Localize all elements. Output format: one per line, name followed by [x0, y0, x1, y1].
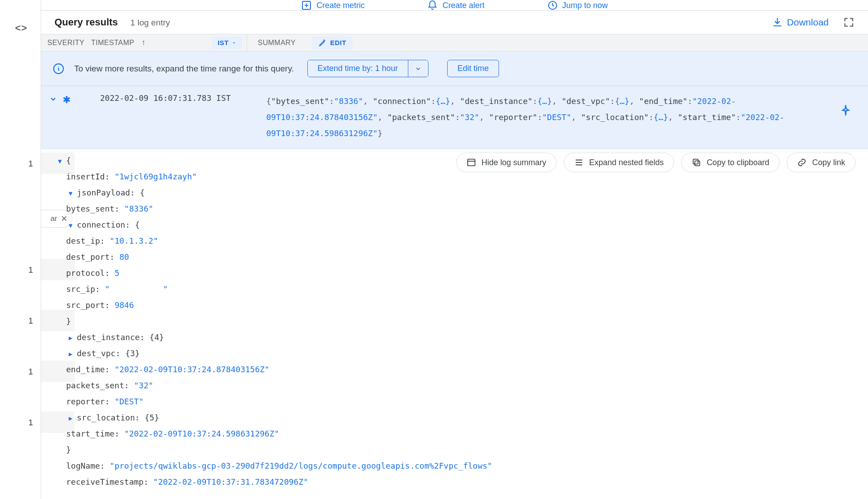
col-timestamp[interactable]: TIMESTAMP ↑ IST — [91, 36, 247, 49]
log-timestamp: 2022-02-09 16:07:31.783 IST — [83, 93, 266, 103]
expand-icon — [574, 158, 584, 167]
entry-toolbar: Hide log summary Expand nested fields Co… — [456, 153, 855, 172]
info-icon — [53, 63, 64, 75]
copy-icon — [692, 158, 701, 167]
plus-square-icon — [301, 0, 312, 11]
expand-nested-button[interactable]: Expand nested fields — [564, 153, 674, 172]
edit-time-button[interactable]: Edit time — [447, 60, 499, 77]
code-chevrons-icon[interactable]: <> — [15, 22, 26, 34]
col-summary[interactable]: SUMMARY — [247, 39, 310, 47]
info-banner: To view more results, expand the time ra… — [41, 52, 868, 86]
col-severity[interactable]: SEVERITY — [47, 39, 91, 47]
severity-default-icon: ✱ — [63, 94, 71, 106]
columns-header: SEVERITY TIMESTAMP ↑ IST SUMMARY EDIT — [41, 34, 868, 52]
pencil-icon — [319, 39, 327, 47]
banner-text: To view more results, expand the time ra… — [74, 64, 294, 74]
left-count-5: 1 — [23, 414, 38, 431]
page-title: Query results — [55, 17, 118, 28]
copy-link-button[interactable]: Copy link — [787, 153, 855, 172]
jump-to-now-link[interactable]: Jump to now — [547, 0, 608, 11]
svg-rect-5 — [693, 159, 698, 164]
chevron-down-icon[interactable] — [46, 93, 61, 107]
sort-asc-icon: ↑ — [142, 38, 146, 47]
extend-time-button[interactable]: Extend time by: 1 hour — [308, 60, 408, 77]
caret-down-icon[interactable]: ▼ — [66, 219, 75, 232]
left-count-2: 1 — [23, 262, 38, 279]
create-metric-link[interactable]: Create metric — [301, 0, 365, 11]
svg-rect-4 — [695, 161, 700, 166]
copy-clipboard-button[interactable]: Copy to clipboard — [681, 153, 780, 172]
caret-right-icon[interactable]: ▶ — [66, 412, 75, 424]
download-button[interactable]: Download — [772, 17, 829, 28]
caret-right-icon[interactable]: ▶ — [66, 348, 75, 360]
log-entry-row[interactable]: ✱ 2022-02-09 16:07:31.783 IST {"bytes_se… — [41, 86, 868, 149]
clock-arrow-icon — [547, 0, 558, 11]
entry-count: 1 log entry — [130, 18, 170, 28]
panel-icon — [466, 158, 476, 167]
left-count-1: 1 — [23, 155, 38, 172]
json-tree[interactable]: ▼{ insertId: "1wjcl69g1h4zayh" ▼jsonPayl… — [52, 149, 868, 499]
results-header: Query results 1 log entry Download — [41, 11, 868, 34]
left-count-3: 1 — [23, 312, 38, 329]
timezone-selector[interactable]: IST — [212, 36, 242, 49]
log-summary: {"bytes_sent":"8336", "connection":{…}, … — [266, 93, 859, 141]
link-icon — [797, 158, 807, 167]
topbar-stub: Create metric Create alert Jump to now — [41, 0, 868, 11]
fullscreen-icon[interactable] — [843, 17, 855, 28]
caret-down-icon[interactable]: ▼ — [55, 155, 64, 167]
left-count-4: 1 — [23, 363, 38, 380]
pin-icon[interactable] — [839, 104, 852, 118]
chevron-down-icon — [415, 65, 422, 72]
hide-log-summary-button[interactable]: Hide log summary — [456, 153, 557, 172]
svg-rect-3 — [467, 159, 475, 166]
caret-right-icon[interactable]: ▶ — [66, 332, 75, 344]
edit-columns-button[interactable]: EDIT — [312, 36, 352, 50]
download-icon — [772, 17, 783, 28]
create-alert-link[interactable]: Create alert — [427, 0, 484, 11]
extend-time-dropdown[interactable] — [408, 60, 428, 77]
bell-icon — [427, 0, 438, 11]
caret-down-icon — [231, 40, 237, 46]
caret-down-icon[interactable]: ▼ — [66, 187, 75, 200]
